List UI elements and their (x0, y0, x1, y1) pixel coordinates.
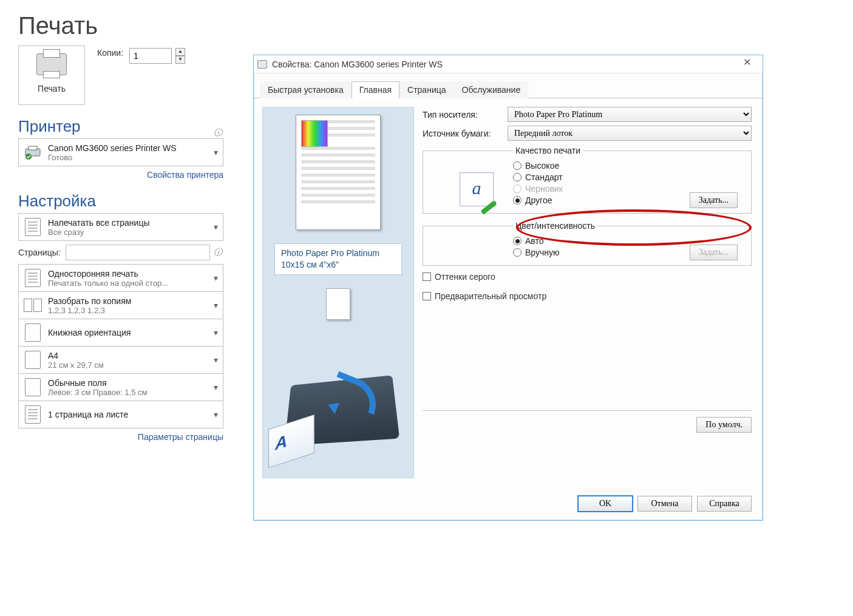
margins-icon (25, 378, 41, 396)
color-manual-radio[interactable] (513, 248, 522, 257)
page-title: Печать (18, 12, 225, 39)
paper-source-select[interactable]: Передний лоток (508, 126, 752, 141)
margins-select[interactable]: Обычные поля Левое: 3 см Правое: 1,5 см … (18, 373, 223, 401)
paper-icon (25, 351, 41, 369)
orientation-select[interactable]: Книжная ориентация ▾ (18, 319, 223, 347)
small-page-preview (326, 288, 350, 320)
printer-select[interactable]: Canon MG3600 series Printer WS Готово ▾ (18, 138, 223, 166)
page-setup-link[interactable]: Параметры страницы (18, 432, 223, 442)
collate-select[interactable]: Разобрать по копиям 1,2,3 1,2,3 1,2,3 ▾ (18, 291, 223, 319)
quality-draft-radio (513, 184, 522, 193)
color-auto-radio[interactable] (513, 237, 522, 245)
preview-label: Предварительный просмотр (435, 291, 546, 301)
quality-set-button[interactable]: Задать... (690, 192, 738, 208)
print-button-label: Печать (19, 84, 84, 93)
per-sheet-icon (25, 405, 41, 424)
paper-preview (296, 115, 381, 230)
pages-per-sheet-select[interactable]: 1 страница на листе ▾ (18, 401, 223, 428)
chevron-down-icon: ▾ (214, 328, 218, 337)
tab-page[interactable]: Страница (399, 81, 454, 98)
printer-properties-dialog: Свойства: Canon MG3600 series Printer WS… (253, 55, 763, 521)
color-intensity-group: Цвет/интенсивность Авто Вручную Задать..… (423, 221, 752, 266)
copies-spin-up[interactable]: ▲ (175, 48, 185, 56)
printer-name: Canon MG3600 series Printer WS (48, 143, 208, 153)
pages-icon (25, 218, 41, 236)
copies-input[interactable] (129, 48, 172, 64)
printer-illustration (274, 361, 402, 470)
grayscale-label: Оттенки серого (435, 272, 495, 282)
copies-spin-down[interactable]: ▼ (175, 56, 185, 64)
media-type-select[interactable]: Photo Paper Pro Platinum (508, 107, 752, 122)
svg-rect-1 (29, 146, 37, 150)
print-button[interactable]: Печать (18, 46, 85, 105)
papersize-select[interactable]: A4 21 см x 29,7 см ▾ (18, 346, 223, 374)
close-button[interactable]: ✕ (735, 56, 759, 72)
quality-high-radio[interactable] (513, 161, 522, 170)
svg-point-2 (25, 154, 32, 160)
pages-label: Страницы: (18, 248, 62, 257)
preview-pane: Photo Paper Pro Platinum 10x15 см 4"x6" (262, 107, 414, 478)
quality-other-radio[interactable] (513, 196, 522, 205)
tab-quick-setup[interactable]: Быстрая установка (260, 81, 352, 98)
chevron-down-icon: ▾ (214, 355, 218, 365)
color-intensity-legend: Цвет/интенсивность (513, 221, 597, 231)
collate-icon (24, 299, 42, 312)
dialog-title: Свойства: Canon MG3600 series Printer WS (272, 59, 735, 69)
chevron-down-icon: ▾ (214, 410, 218, 419)
tab-maintenance[interactable]: Обслуживание (454, 81, 529, 98)
quality-a-icon: a (460, 172, 494, 206)
info-icon[interactable]: ⓘ (214, 247, 222, 258)
print-quality-group: Качество печати a Высокое Стандарт Черно… (423, 146, 752, 214)
defaults-button[interactable]: По умолч. (696, 417, 752, 433)
chevron-down-icon: ▾ (214, 273, 218, 283)
copies-label: Копии: (97, 48, 123, 58)
quality-standard-radio[interactable] (513, 173, 522, 181)
preview-checkbox[interactable] (423, 292, 431, 300)
preview-paper-name: Photo Paper Pro Platinum (281, 248, 395, 259)
chevron-down-icon: ▾ (214, 147, 218, 157)
duplex-select[interactable]: Односторонняя печать Печатать только на … (18, 264, 223, 292)
pages-input[interactable] (66, 245, 210, 260)
printer-icon (257, 60, 267, 69)
printer-properties-link[interactable]: Свойства принтера (18, 170, 223, 180)
cancel-button[interactable]: Отмена (637, 496, 692, 512)
settings-section-title: Настройка (18, 192, 225, 211)
tab-bar: Быстрая установка Главная Страница Обслу… (254, 73, 763, 98)
info-icon[interactable]: ⓘ (214, 127, 222, 138)
print-range-select[interactable]: Напечатать все страницы Все сразу ▾ (18, 213, 223, 241)
orientation-icon (25, 323, 41, 342)
help-button[interactable]: Справка (697, 496, 752, 512)
paper-source-label: Источник бумаги: (423, 129, 508, 138)
printer-ready-icon (24, 143, 42, 161)
tab-main[interactable]: Главная (352, 81, 399, 98)
printer-status: Готово (48, 153, 208, 162)
color-set-button: Задать... (690, 245, 738, 260)
media-type-label: Тип носителя: (423, 110, 508, 120)
chevron-down-icon: ▾ (214, 382, 218, 392)
printer-icon (36, 53, 67, 75)
ok-button[interactable]: OK (578, 496, 633, 512)
grayscale-checkbox[interactable] (423, 272, 431, 281)
print-quality-legend: Качество печати (513, 146, 583, 155)
preview-paper-size: 10x15 см 4"x6" (281, 259, 395, 271)
chevron-down-icon: ▾ (214, 222, 218, 232)
printer-section-title: Принтер (18, 117, 81, 136)
chevron-down-icon: ▾ (214, 300, 218, 310)
page-single-icon (25, 269, 41, 287)
